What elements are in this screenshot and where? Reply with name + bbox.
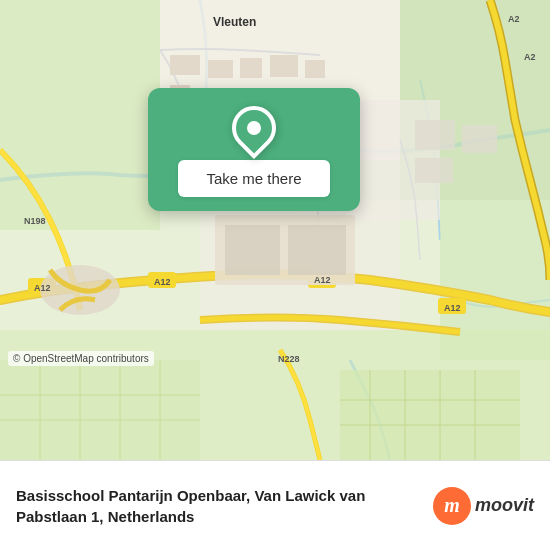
moovit-icon: m <box>433 487 471 525</box>
svg-rect-16 <box>270 55 298 77</box>
svg-text:A12: A12 <box>154 277 171 287</box>
svg-text:A2: A2 <box>524 52 536 62</box>
info-bar: Basisschool Pantarijn Openbaar, Van Lawi… <box>0 460 550 550</box>
svg-rect-27 <box>340 370 520 460</box>
svg-text:N228: N228 <box>278 354 300 364</box>
svg-rect-23 <box>415 120 455 150</box>
moovit-letter: m <box>444 494 460 517</box>
svg-rect-15 <box>240 58 262 78</box>
svg-text:A12: A12 <box>314 275 331 285</box>
svg-rect-13 <box>170 55 200 75</box>
place-info: Basisschool Pantarijn Openbaar, Van Lawi… <box>16 485 421 527</box>
take-me-there-button[interactable]: Take me there <box>178 160 329 197</box>
svg-rect-25 <box>415 158 453 183</box>
svg-rect-1 <box>0 0 160 230</box>
map-pin-icon <box>223 97 285 159</box>
svg-rect-17 <box>305 60 325 78</box>
map-svg: A12 A12 A12 A12 N198 N228 A2 A2 Vleuten <box>0 0 550 460</box>
location-popup: Take me there <box>148 88 360 211</box>
svg-rect-14 <box>208 60 233 78</box>
svg-rect-22 <box>288 225 346 275</box>
map-container: A12 A12 A12 A12 N198 N228 A2 A2 Vleuten … <box>0 0 550 460</box>
svg-text:A12: A12 <box>34 283 51 293</box>
osm-copyright: © OpenStreetMap contributors <box>8 351 154 366</box>
svg-rect-26 <box>0 360 200 460</box>
place-title: Basisschool Pantarijn Openbaar, Van Lawi… <box>16 485 421 527</box>
svg-text:N198: N198 <box>24 216 46 226</box>
svg-rect-21 <box>225 225 280 275</box>
svg-text:A2: A2 <box>508 14 520 24</box>
moovit-logo: m moovit <box>433 487 534 525</box>
svg-rect-24 <box>462 125 497 153</box>
svg-text:Vleuten: Vleuten <box>213 15 256 29</box>
svg-text:A12: A12 <box>444 303 461 313</box>
moovit-brand-name: moovit <box>475 495 534 516</box>
